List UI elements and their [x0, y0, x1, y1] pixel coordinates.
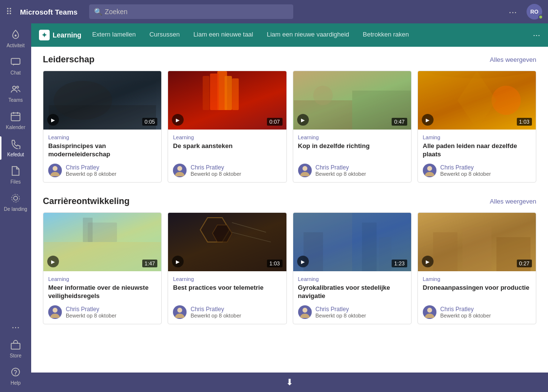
card-title: Meer informatie over de nieuwste veiligh… [48, 284, 156, 301]
section-link-carriere[interactable]: Alles weergeven [490, 198, 536, 205]
sidebar-label-chat: Chat [10, 70, 20, 76]
card-author-avatar [298, 305, 312, 319]
svg-point-23 [302, 166, 307, 171]
card-author-avatar [173, 164, 187, 177]
help-icon [10, 367, 21, 379]
card-author: Chris PratleyBewerkt op 8 oktober [173, 164, 281, 177]
avatar[interactable]: RO [527, 4, 542, 19]
card-play-button[interactable]: ▶ [422, 114, 434, 126]
card-item[interactable]: ▶0:27LamingDroneaanpassingen voor produc… [417, 212, 536, 324]
card-play-button[interactable]: ▶ [297, 114, 309, 126]
card-body: LearningGyrokalibraties voor stedelijke … [293, 271, 411, 324]
card-title: Basisprincipes van moderneleiderschap [48, 142, 156, 160]
files-icon [10, 166, 21, 178]
card-thumbnail: ▶0:27 [418, 213, 536, 271]
card-body: LamingAlle paden leiden naar dezelfde pl… [418, 130, 536, 182]
sidebar-item-calls[interactable]: Kefedut [0, 134, 31, 162]
card-thumbnail: ▶0:47 [293, 71, 411, 130]
tab-extern[interactable]: Extern lamellen [85, 23, 143, 47]
tab-nieuwe-taal[interactable]: Liam een nieuwe taal [187, 23, 260, 47]
card-item[interactable]: ▶1:03LamingAlle paden leiden naar dezelf… [417, 71, 536, 183]
svg-line-32 [232, 223, 266, 232]
svg-rect-11 [49, 105, 156, 130]
card-body: LearningBest practices voor telemetrieCh… [168, 271, 286, 324]
card-source: Learning [298, 276, 406, 282]
svg-rect-38 [362, 223, 377, 271]
card-item[interactable]: ▶0:05LearningBasisprincipes van modernel… [43, 71, 162, 183]
card-play-button[interactable]: ▶ [47, 256, 59, 267]
tab-vaardigheid[interactable]: Liam een nieuwe vaardigheid [260, 23, 356, 47]
card-author: Chris PratleyBewerkt op 8 oktober [173, 305, 281, 319]
card-body: LearningMeer informatie over de nieuwste… [43, 271, 161, 324]
section-link-leiderschap[interactable]: Alles weergeven [490, 56, 536, 63]
sidebar-item-store[interactable]: Store [0, 336, 31, 363]
card-thumbnail: ▶0:07 [168, 71, 286, 130]
card-author-avatar [423, 305, 436, 319]
card-thumbnail: ▶1:47 [43, 213, 161, 271]
avatar-status-badge [538, 15, 543, 19]
app-tab-title: Learning [53, 31, 81, 39]
tabs-more-button[interactable]: ··· [529, 30, 544, 40]
svg-point-2 [13, 86, 16, 89]
card-author-avatar [48, 164, 62, 177]
card-author-info: Chris PratleyBewerkt op 8 oktober [440, 164, 491, 177]
card-duration: 1:23 [392, 260, 407, 267]
card-author-name: Chris Pratley [190, 164, 241, 171]
sidebar-label-help: Help [11, 380, 21, 386]
svg-rect-15 [225, 76, 232, 110]
card-author-name: Chris Pratley [440, 164, 491, 171]
card-author-name: Chris Pratley [66, 164, 116, 171]
grid-icon[interactable]: ⠿ [6, 6, 12, 17]
card-author-date: Bewerkt op 8 oktober [66, 313, 116, 318]
calendar-icon [10, 111, 21, 123]
card-source: Learning [48, 276, 156, 282]
card-author-name: Chris Pratley [66, 306, 116, 313]
sidebar-item-chat[interactable]: Chat [0, 53, 31, 80]
sidebar-label-store: Store [10, 353, 21, 359]
search-icon: 🔍 [94, 8, 102, 16]
card-item[interactable]: ▶0:47LearningKop in dezelfde richtingChr… [293, 71, 412, 183]
card-play-button[interactable]: ▶ [422, 256, 434, 267]
sidebar-item-files[interactable]: Files [0, 162, 31, 189]
topbar-more-button[interactable]: ··· [509, 6, 517, 18]
svg-point-29 [53, 308, 57, 313]
section-title-carriere: Carrièreontwikkeling [43, 196, 130, 206]
svg-point-19 [177, 166, 182, 171]
tabs-bar: ✦ Learning Extern lamellen Cursussen Lia… [31, 23, 548, 47]
sidebar-item-more[interactable]: ··· [0, 318, 31, 336]
card-thumbnail: ▶1:03 [418, 71, 536, 130]
sidebar-item-landing[interactable]: De landing [0, 189, 31, 216]
card-item[interactable]: ▶0:07LearningDe spark aanstekenChris Pra… [168, 71, 286, 183]
section-header-carriere: CarrièreontwikkelingAlles weergeven [43, 196, 536, 206]
sidebar-item-activity[interactable]: Activiteit [0, 25, 31, 53]
card-play-button[interactable]: ▶ [297, 256, 309, 267]
svg-rect-16 [210, 74, 219, 110]
sidebar-label-activity: Activiteit [6, 43, 24, 49]
sidebar: Activiteit Chat Teams [0, 23, 31, 392]
sidebar-item-calendar[interactable]: Kalender [0, 107, 31, 134]
card-item[interactable]: ▶1:03LearningBest practices voor telemet… [168, 212, 286, 324]
svg-point-22 [313, 86, 333, 105]
svg-rect-43 [462, 227, 491, 271]
section-leiderschap: LeiderschapAlles weergeven▶0:05LearningB… [43, 55, 536, 183]
content-scroll[interactable]: LeiderschapAlles weergeven▶0:05LearningB… [31, 47, 548, 373]
card-author-info: Chris PratleyBewerkt op 8 oktober [190, 306, 241, 318]
download-button[interactable]: ⬇ [286, 377, 293, 388]
card-title: Alle paden leiden naar dezelfde plaats [423, 142, 531, 160]
tab-cursussen[interactable]: Cursussen [143, 23, 187, 47]
sidebar-item-teams[interactable]: Teams [0, 80, 31, 107]
tab-betrokken[interactable]: Betrokken raken [356, 23, 416, 47]
card-title: Best practices voor telemetrie [173, 284, 281, 301]
card-title: Kop in dezelfde richting [298, 142, 406, 160]
card-duration: 0:47 [392, 118, 407, 126]
search-input[interactable] [89, 4, 293, 19]
card-item[interactable]: ▶1:23LearningGyrokalibraties voor stedel… [293, 212, 412, 324]
card-item[interactable]: ▶1:47LearningMeer informatie over de nie… [43, 212, 162, 324]
svg-point-9 [15, 374, 16, 375]
search-wrapper: 🔍 [89, 4, 293, 19]
sidebar-item-help[interactable]: Help [0, 363, 31, 390]
svg-rect-4 [11, 113, 20, 121]
card-play-button[interactable]: ▶ [47, 114, 59, 126]
section-header-leiderschap: LeiderschapAlles weergeven [43, 55, 536, 65]
svg-rect-1 [11, 58, 20, 64]
